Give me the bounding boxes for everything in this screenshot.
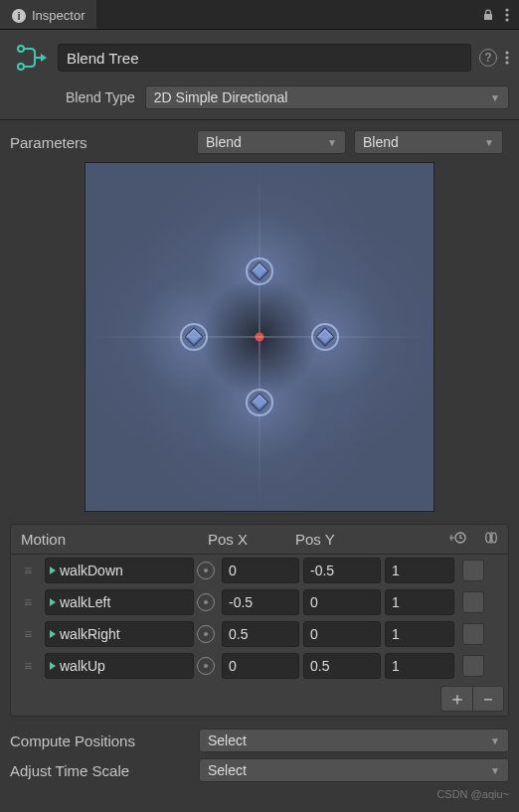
compute-positions-dropdown[interactable]: Select ▼	[199, 729, 509, 752]
drag-handle-icon[interactable]: ≡	[15, 563, 41, 578]
mirror-icon	[484, 531, 498, 548]
posx-input[interactable]	[222, 621, 299, 647]
object-picker-icon[interactable]	[197, 593, 215, 611]
compute-positions-label: Compute Positions	[10, 732, 189, 749]
param-y-dropdown[interactable]: Blend ▼	[354, 130, 503, 154]
motion-list-footer: ＋ －	[11, 682, 508, 716]
motion-list: Motion Pos X Pos Y ≡walkDown≡walkLeft≡wa…	[10, 524, 509, 717]
svg-point-5	[505, 51, 508, 54]
svg-point-9	[486, 533, 491, 543]
blend-point[interactable]	[246, 389, 273, 416]
drag-handle-icon[interactable]: ≡	[15, 594, 41, 610]
posy-input[interactable]	[303, 558, 381, 583]
svg-point-7	[505, 61, 508, 64]
object-picker-icon[interactable]	[197, 562, 215, 579]
asset-name-field[interactable]	[58, 44, 471, 72]
speed-input[interactable]	[385, 653, 454, 679]
motion-clip-field[interactable]: walkDown	[45, 558, 194, 583]
blend-point[interactable]	[246, 257, 273, 285]
compute-positions-row: Compute Positions Select ▼	[10, 729, 509, 752]
param-x-dropdown[interactable]: Blend ▼	[197, 130, 346, 154]
blend-type-row: Blend Type 2D Simple Directional ▼	[0, 81, 519, 120]
drag-handle-icon[interactable]: ≡	[15, 658, 41, 674]
chevron-down-icon: ▼	[484, 137, 494, 148]
mirror-checkbox[interactable]	[462, 591, 484, 613]
param-x-value: Blend	[206, 134, 242, 150]
add-motion-button[interactable]: ＋	[440, 686, 472, 712]
mirror-checkbox[interactable]	[462, 623, 484, 645]
svg-point-1	[505, 13, 508, 16]
lock-icon[interactable]	[481, 8, 495, 22]
adjust-timescale-dropdown[interactable]: Select ▼	[199, 758, 509, 782]
mirror-checkbox[interactable]	[462, 655, 484, 677]
posx-input[interactable]	[222, 589, 299, 615]
blend-cursor[interactable]	[256, 333, 264, 342]
motion-clip-field[interactable]: walkRight	[45, 621, 194, 647]
motion-clip-name: walkRight	[60, 626, 120, 642]
parameters-row: Parameters Blend ▼ Blend ▼	[10, 130, 509, 154]
mirror-checkbox[interactable]	[462, 560, 484, 581]
adjust-timescale-value: Select	[208, 762, 247, 778]
blend-point[interactable]	[180, 323, 208, 351]
col-motion: Motion	[21, 531, 200, 548]
blend-type-value: 2D Simple Directional	[154, 89, 288, 105]
posy-input[interactable]	[303, 589, 381, 615]
speed-input[interactable]	[385, 589, 454, 615]
posx-input[interactable]	[222, 653, 299, 679]
speed-input[interactable]	[385, 621, 454, 647]
chevron-down-icon: ▼	[490, 92, 500, 103]
parameters-label: Parameters	[10, 134, 189, 151]
blend-point[interactable]	[311, 323, 339, 351]
motion-clip-field[interactable]: walkUp	[45, 653, 194, 679]
component-menu-icon[interactable]	[505, 51, 509, 65]
param-y-value: Blend	[363, 134, 399, 150]
blendtree-icon	[10, 38, 50, 78]
watermark: CSDN @aqiu~	[436, 788, 509, 800]
posy-input[interactable]	[303, 653, 381, 679]
posy-input[interactable]	[303, 621, 381, 647]
object-picker-icon[interactable]	[197, 625, 215, 643]
adjust-timescale-row: Adjust Time Scale Select ▼	[10, 758, 509, 782]
object-picker-icon[interactable]	[197, 657, 215, 675]
motion-clip-name: walkUp	[60, 658, 105, 674]
info-icon: i	[12, 9, 26, 23]
blend-type-label: Blend Type	[66, 89, 135, 105]
inspector-tab[interactable]: i Inspector	[0, 0, 96, 29]
compute-positions-value: Select	[208, 732, 247, 748]
clip-icon	[50, 662, 56, 670]
tab-title: Inspector	[32, 8, 85, 23]
svg-point-0	[505, 8, 508, 11]
motion-clip-name: walkLeft	[60, 594, 110, 610]
motion-row: ≡walkDown	[11, 555, 508, 586]
posx-input[interactable]	[222, 558, 299, 583]
clip-icon	[50, 567, 56, 574]
chevron-down-icon: ▼	[490, 765, 500, 776]
motion-row: ≡walkLeft	[11, 586, 508, 618]
svg-point-4	[18, 64, 24, 70]
speed-input[interactable]	[385, 558, 454, 583]
blend-visualization[interactable]	[85, 162, 434, 512]
col-posx: Pos X	[208, 531, 287, 548]
motion-clip-field[interactable]: walkLeft	[45, 589, 194, 615]
col-posy: Pos Y	[295, 531, 375, 548]
clip-icon	[50, 598, 56, 606]
remove-motion-button[interactable]: －	[472, 686, 504, 712]
clip-icon	[50, 630, 56, 638]
kebab-icon[interactable]	[505, 8, 509, 22]
tab-bar: i Inspector	[0, 0, 519, 30]
motion-row: ≡walkUp	[11, 650, 508, 682]
chevron-down-icon: ▼	[327, 137, 337, 148]
motion-clip-name: walkDown	[60, 563, 123, 578]
drag-handle-icon[interactable]: ≡	[15, 626, 41, 642]
header-name-row: ?	[0, 30, 519, 81]
help-icon[interactable]: ?	[479, 49, 497, 67]
svg-point-3	[18, 46, 24, 52]
svg-point-2	[505, 18, 508, 21]
svg-point-10	[492, 533, 497, 543]
motion-row: ≡walkRight	[11, 618, 508, 650]
motion-list-header: Motion Pos X Pos Y	[11, 525, 508, 555]
svg-point-6	[505, 56, 508, 59]
adjust-timescale-label: Adjust Time Scale	[10, 762, 189, 779]
blend-type-dropdown[interactable]: 2D Simple Directional ▼	[145, 85, 509, 109]
timescale-icon	[448, 531, 466, 548]
